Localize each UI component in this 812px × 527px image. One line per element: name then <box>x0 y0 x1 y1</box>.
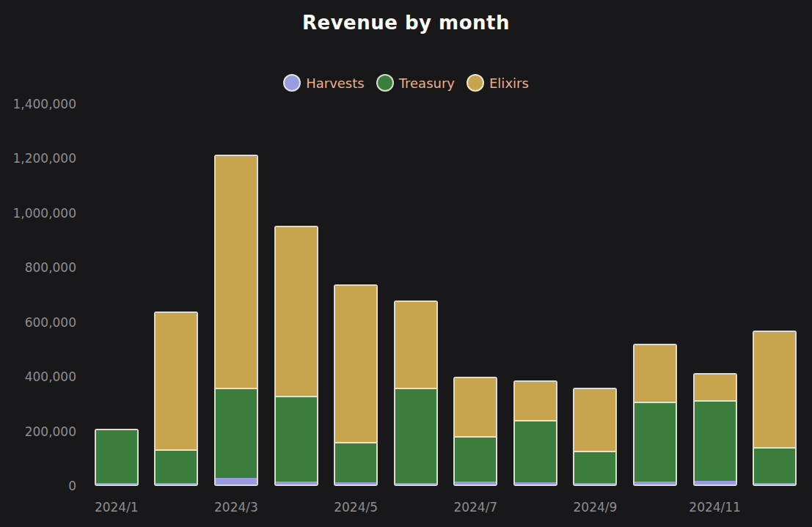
chart-title: Revenue by month <box>0 12 812 34</box>
bar-segment-harvests[interactable] <box>634 482 676 484</box>
bar-segment-treasury[interactable] <box>754 447 795 483</box>
bar-segment-elixirs[interactable] <box>455 377 496 436</box>
bar-2024-7[interactable] <box>453 377 497 486</box>
bar-segment-elixirs[interactable] <box>574 388 615 451</box>
bar-2024-4[interactable] <box>274 226 318 486</box>
legend-swatch-icon <box>376 74 394 92</box>
bar-segment-treasury[interactable] <box>335 442 376 482</box>
bar-segment-harvests[interactable] <box>574 483 615 484</box>
bar-segment-harvests[interactable] <box>156 483 197 484</box>
bar-segment-elixirs[interactable] <box>216 155 257 388</box>
x-axis-tick-label: 2024/5 <box>312 500 400 515</box>
bar-2024-6[interactable] <box>394 301 438 486</box>
legend-swatch-icon <box>467 74 484 92</box>
bar-segment-treasury[interactable] <box>276 396 317 482</box>
y-axis-tick-label: 1,400,000 <box>0 97 76 111</box>
y-axis-tick-label: 1,000,000 <box>0 206 76 221</box>
bar-segment-elixirs[interactable] <box>395 301 436 388</box>
y-axis-tick-label: 600,000 <box>0 315 76 330</box>
bar-2024-9[interactable] <box>573 388 617 486</box>
bar-segment-treasury[interactable] <box>156 449 197 484</box>
y-axis-tick-label: 800,000 <box>0 260 76 275</box>
bar-segment-harvests[interactable] <box>216 478 257 484</box>
bar-2024-8[interactable] <box>513 380 557 486</box>
bar-segment-treasury[interactable] <box>216 388 257 478</box>
bar-segment-treasury[interactable] <box>455 436 496 482</box>
y-axis-tick-label: 200,000 <box>0 424 76 439</box>
y-axis-tick-label: 400,000 <box>0 369 76 384</box>
bar-segment-harvests[interactable] <box>695 481 736 484</box>
bar-2024-5[interactable] <box>334 284 378 486</box>
bar-2024-10[interactable] <box>633 344 677 486</box>
bar-segment-harvests[interactable] <box>395 483 436 484</box>
x-axis-tick-label: 2024/7 <box>431 500 519 515</box>
bar-segment-treasury[interactable] <box>515 420 556 482</box>
chart-legend: HarvestsTreasuryElixirs <box>0 74 812 92</box>
bar-2024-1[interactable] <box>95 429 139 486</box>
legend-label: Harvests <box>306 75 365 91</box>
x-axis-tick-label: 2024/1 <box>73 500 161 515</box>
bar-segment-elixirs[interactable] <box>695 373 736 400</box>
revenue-chart: Revenue by month HarvestsTreasuryElixirs… <box>0 0 812 527</box>
bar-segment-elixirs[interactable] <box>754 331 795 447</box>
legend-item-harvests[interactable]: Harvests <box>283 74 365 92</box>
bar-segment-elixirs[interactable] <box>634 344 676 402</box>
bar-2024-11[interactable] <box>693 373 737 486</box>
bar-segment-harvests[interactable] <box>276 482 317 484</box>
legend-item-treasury[interactable]: Treasury <box>376 74 455 92</box>
bar-segment-treasury[interactable] <box>574 451 615 483</box>
bar-segment-treasury[interactable] <box>96 429 137 483</box>
y-axis-tick-label: 0 <box>0 479 76 493</box>
bar-segment-harvests[interactable] <box>455 482 496 484</box>
x-axis-tick-label: 2024/9 <box>551 500 639 515</box>
bar-segment-harvests[interactable] <box>335 482 376 484</box>
bar-segment-elixirs[interactable] <box>156 312 197 449</box>
plot-area <box>87 104 805 486</box>
bar-2024-2[interactable] <box>154 312 198 486</box>
x-axis-tick-label: 2024/3 <box>192 500 280 515</box>
bar-segment-elixirs[interactable] <box>335 284 376 442</box>
bar-segment-elixirs[interactable] <box>515 380 556 420</box>
bar-segment-harvests[interactable] <box>515 482 556 484</box>
legend-swatch-icon <box>283 74 301 92</box>
bar-segment-elixirs[interactable] <box>276 226 317 396</box>
y-axis-tick-label: 1,200,000 <box>0 151 76 166</box>
x-axis-tick-label: 2024/11 <box>671 500 759 515</box>
bar-segment-harvests[interactable] <box>96 483 137 484</box>
legend-label: Elixirs <box>489 75 529 91</box>
legend-item-elixirs[interactable]: Elixirs <box>467 74 529 92</box>
bar-segment-treasury[interactable] <box>634 402 676 482</box>
bar-segment-harvests[interactable] <box>754 483 795 484</box>
bar-2024-3[interactable] <box>214 155 258 486</box>
bar-segment-treasury[interactable] <box>695 400 736 482</box>
bar-2024-12[interactable] <box>753 331 797 486</box>
legend-label: Treasury <box>399 75 455 91</box>
bar-segment-treasury[interactable] <box>395 388 436 483</box>
